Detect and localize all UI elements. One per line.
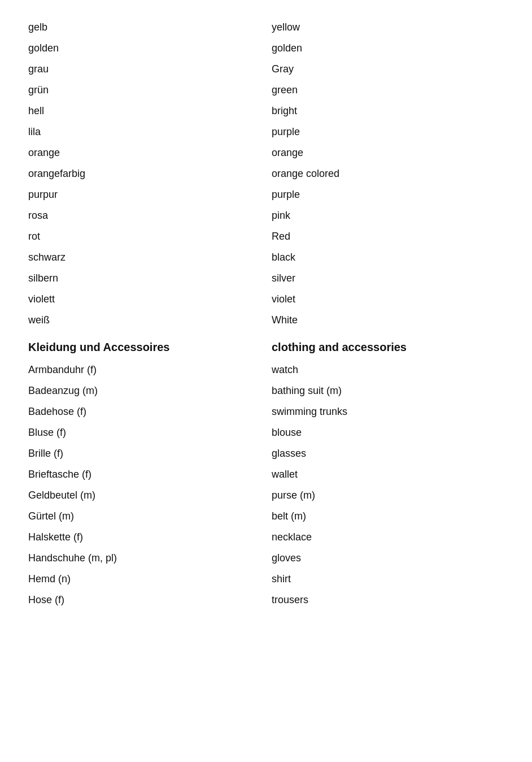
english-term: silver [266, 268, 509, 289]
english-term: black [266, 247, 509, 268]
german-term: Bluse (f) [23, 422, 266, 443]
english-term: glasses [266, 443, 509, 464]
english-term: gloves [266, 548, 509, 569]
german-term: Gürtel (m) [23, 506, 266, 527]
vocab-row: rosapink [23, 205, 509, 226]
vocab-row: Hose (f)trousers [23, 590, 509, 611]
german-term: silbern [23, 268, 266, 289]
german-term: gelb [23, 17, 266, 38]
english-term: belt (m) [266, 506, 509, 527]
vocab-row: Bluse (f)blouse [23, 422, 509, 443]
english-term: purple [266, 184, 509, 205]
german-term: golden [23, 38, 266, 59]
english-term: yellow [266, 17, 509, 38]
vocab-row: rotRed [23, 226, 509, 247]
german-term: Brille (f) [23, 443, 266, 464]
english-term: violet [266, 289, 509, 310]
german-term: Kleidung und Accessoires [23, 331, 266, 360]
german-term: schwarz [23, 247, 266, 268]
german-term: Handschuhe (m, pl) [23, 548, 266, 569]
vocab-row: schwarzblack [23, 247, 509, 268]
vocab-row: orangeorange [23, 142, 509, 163]
german-term: Badehose (f) [23, 401, 266, 422]
vocab-row: goldengolden [23, 38, 509, 59]
german-term: Hose (f) [23, 590, 266, 611]
english-term: orange colored [266, 163, 509, 184]
german-term: grün [23, 80, 266, 101]
german-term: Halskette (f) [23, 527, 266, 548]
german-term: Badeanzug (m) [23, 380, 266, 401]
german-term: orange [23, 142, 266, 163]
vocab-row: grüngreen [23, 80, 509, 101]
english-term: watch [266, 360, 509, 380]
english-term: wallet [266, 464, 509, 485]
german-term: rot [23, 226, 266, 247]
english-term: purse (m) [266, 485, 509, 506]
vocab-row: Armbanduhr (f)watch [23, 360, 509, 380]
english-term: green [266, 80, 509, 101]
german-term: purpur [23, 184, 266, 205]
vocab-row: violettviolet [23, 289, 509, 310]
german-term: Hemd (n) [23, 569, 266, 590]
english-term: blouse [266, 422, 509, 443]
vocab-row: gelbyellow [23, 17, 509, 38]
german-term: violett [23, 289, 266, 310]
english-term: swimming trunks [266, 401, 509, 422]
english-term: trousers [266, 590, 509, 611]
vocab-row: Badehose (f)swimming trunks [23, 401, 509, 422]
english-term: necklace [266, 527, 509, 548]
german-term: rosa [23, 205, 266, 226]
section-header-row: Kleidung und Accessoiresclothing and acc… [23, 331, 509, 360]
german-term: Armbanduhr (f) [23, 360, 266, 380]
german-term: Brieftasche (f) [23, 464, 266, 485]
english-term: Red [266, 226, 509, 247]
vocab-row: hellbright [23, 101, 509, 122]
english-term: orange [266, 142, 509, 163]
vocab-row: Geldbeutel (m)purse (m) [23, 485, 509, 506]
german-term: grau [23, 59, 266, 80]
german-term: hell [23, 101, 266, 122]
vocab-row: Gürtel (m)belt (m) [23, 506, 509, 527]
english-term: bright [266, 101, 509, 122]
vocab-row: orangefarbigorange colored [23, 163, 509, 184]
german-term: weiß [23, 310, 266, 331]
english-term: bathing suit (m) [266, 380, 509, 401]
vocab-row: purpurpurple [23, 184, 509, 205]
english-term: White [266, 310, 509, 331]
english-term: clothing and accessories [266, 331, 509, 360]
english-term: shirt [266, 569, 509, 590]
vocab-row: Handschuhe (m, pl)gloves [23, 548, 509, 569]
vocab-row: Badeanzug (m)bathing suit (m) [23, 380, 509, 401]
vocab-row: lilapurple [23, 122, 509, 142]
german-term: lila [23, 122, 266, 142]
vocab-row: Hemd (n)shirt [23, 569, 509, 590]
english-term: Gray [266, 59, 509, 80]
english-term: purple [266, 122, 509, 142]
vocab-row: grauGray [23, 59, 509, 80]
german-term: orangefarbig [23, 163, 266, 184]
vocab-table: gelbyellowgoldengoldengrauGraygrüngreenh… [23, 17, 509, 611]
vocab-row: Brille (f)glasses [23, 443, 509, 464]
english-term: pink [266, 205, 509, 226]
vocab-row: silbernsilver [23, 268, 509, 289]
german-term: Geldbeutel (m) [23, 485, 266, 506]
vocab-row: Brieftasche (f)wallet [23, 464, 509, 485]
vocab-row: weißWhite [23, 310, 509, 331]
vocab-row: Halskette (f)necklace [23, 527, 509, 548]
english-term: golden [266, 38, 509, 59]
